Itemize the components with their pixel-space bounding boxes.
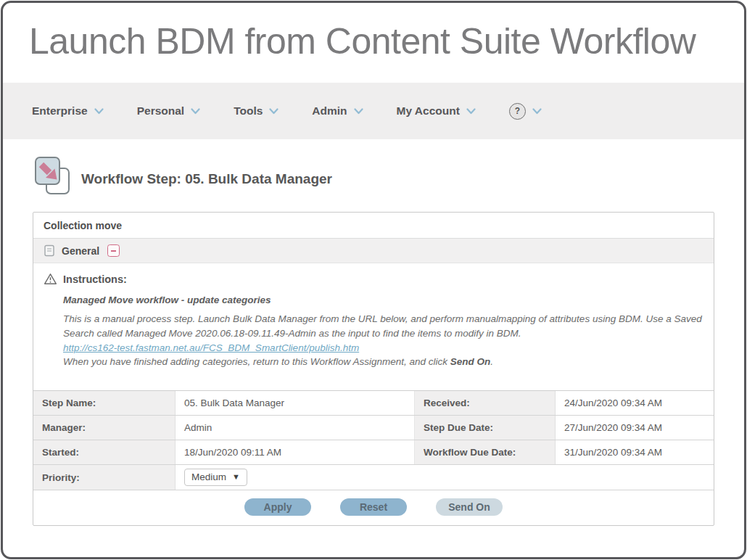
instructions-subtitle: Managed Move workflow - update categorie…: [63, 295, 703, 305]
chevron-down-icon: [354, 104, 363, 118]
help-icon: ?: [509, 103, 526, 120]
reset-button[interactable]: Reset: [340, 498, 407, 516]
bdm-launch-link[interactable]: http://cs162-test.fastman.net.au/FCS_BDM…: [63, 342, 359, 353]
table-row-priority: Priority: Medium ▼: [33, 465, 714, 490]
workflow-panel: Collection move General Instructions: Ma…: [33, 212, 714, 526]
nav-item-label: Tools: [234, 104, 263, 118]
warning-icon: [44, 273, 57, 285]
nav-item-label: Enterprise: [32, 104, 88, 118]
step-details-table: Step Name: 05. Bulk Data Manager Receive…: [33, 390, 714, 490]
workflow-step-heading: Workflow Step: 05. Bulk Data Manager: [35, 157, 744, 194]
panel-title: Collection move: [33, 213, 714, 239]
manager-label: Manager:: [33, 416, 176, 440]
started-value: 18/Jun/2020 09:11 AM: [176, 440, 415, 464]
received-value: 24/Jun/2020 09:34 AM: [556, 391, 714, 415]
chevron-down-icon: [466, 104, 476, 118]
app-window: Launch BDM from Content Suite Workflow E…: [1, 1, 746, 559]
nav-item-help[interactable]: ?: [509, 103, 542, 120]
chevron-down-icon: [191, 104, 200, 118]
collapse-icon[interactable]: [107, 244, 120, 257]
step-name-label: Step Name:: [33, 391, 176, 415]
section-general-label: General: [62, 245, 99, 257]
chevron-down-icon: [269, 104, 278, 118]
nav-item-admin[interactable]: Admin: [312, 104, 363, 118]
dropdown-arrow-icon: ▼: [232, 473, 240, 481]
document-icon: [44, 244, 55, 257]
instructions-footer: When you have finished adding categories…: [63, 355, 703, 369]
step-due-date-value: 27/Jun/2020 09:34 AM: [556, 416, 714, 440]
nav-item-label: Admin: [312, 104, 347, 118]
instructions-label: Instructions:: [63, 273, 127, 285]
section-general[interactable]: General: [33, 239, 714, 263]
priority-value: Medium: [191, 472, 226, 482]
nav-item-label: Personal: [137, 104, 184, 118]
received-label: Received:: [415, 391, 556, 415]
help-icon-glyph: ?: [515, 106, 520, 116]
priority-label: Priority:: [33, 465, 176, 490]
apply-button[interactable]: Apply: [244, 498, 311, 516]
step-name-value: 05. Bulk Data Manager: [176, 391, 415, 415]
action-buttons: Apply Reset Send On: [33, 490, 714, 525]
table-row: Manager: Admin Step Due Date: 27/Jun/202…: [33, 416, 714, 440]
nav-item-enterprise[interactable]: Enterprise: [32, 104, 104, 118]
pink-arrow-icon: [35, 157, 70, 194]
priority-dropdown[interactable]: Medium ▼: [184, 469, 247, 486]
nav-item-personal[interactable]: Personal: [137, 104, 200, 118]
nav-item-tools[interactable]: Tools: [234, 104, 278, 118]
step-due-date-label: Step Due Date:: [415, 416, 556, 440]
send-on-button[interactable]: Send On: [436, 498, 503, 516]
started-label: Started:: [33, 440, 176, 464]
nav-item-label: My Account: [397, 104, 460, 118]
instructions-body: This is a manual process step. Launch Bu…: [63, 312, 703, 341]
page-title: Launch BDM from Content Suite Workflow: [3, 3, 744, 62]
instructions-section: Instructions: Managed Move workflow - up…: [33, 263, 714, 390]
chevron-down-icon: [532, 104, 542, 118]
workflow-step-icon: [35, 157, 70, 194]
table-row: Started: 18/Jun/2020 09:11 AM Workflow D…: [33, 440, 714, 465]
workflow-due-date-value: 31/Jun/2020 09:34 AM: [556, 440, 714, 464]
navbar: Enterprise Personal Tools Admin My Accou…: [3, 83, 744, 139]
workflow-due-date-label: Workflow Due Date:: [415, 440, 556, 464]
table-row: Step Name: 05. Bulk Data Manager Receive…: [33, 391, 714, 416]
chevron-down-icon: [94, 104, 104, 118]
manager-value: Admin: [176, 416, 415, 440]
workflow-step-title: Workflow Step: 05. Bulk Data Manager: [81, 164, 332, 187]
nav-item-my-account[interactable]: My Account: [397, 104, 476, 118]
